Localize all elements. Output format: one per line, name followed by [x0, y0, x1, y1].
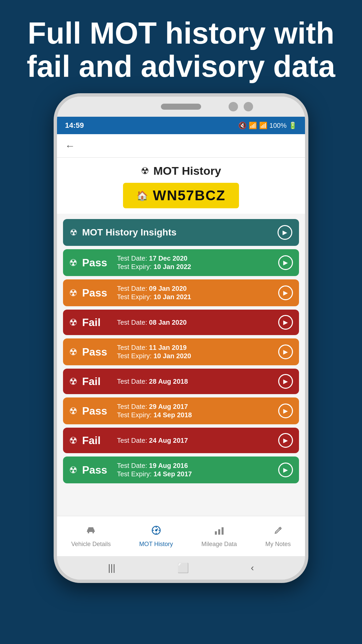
nav-item-vehicle-details[interactable]: Vehicle Details [66, 522, 116, 550]
mot-radiation-icon-7: ☢ [69, 465, 77, 476]
gesture-lines-icon: ||| [108, 562, 115, 573]
mot-row-5[interactable]: ☢PassTest Date: 29 Aug 2017Test Expiry: … [63, 397, 299, 424]
nav-label-3: My Notes [265, 541, 291, 548]
mot-play-btn-4[interactable]: ▶ [278, 374, 293, 389]
gesture-home-icon: ⬜ [177, 562, 189, 574]
wifi-icon: 📶 [249, 121, 257, 129]
mot-test-date-2: Test Date: 08 Jan 2020 [117, 319, 187, 326]
nav-item-my-notes[interactable]: My Notes [260, 522, 296, 550]
mot-radiation-icon-5: ☢ [69, 406, 77, 417]
mot-play-btn-3[interactable]: ▶ [278, 344, 293, 359]
back-button[interactable]: ← [65, 140, 75, 152]
nav-label-1: MOT History [139, 541, 173, 548]
hero-title: Full MOT history with fail and advisory … [20, 17, 342, 83]
insights-play-btn[interactable]: ▶ [278, 225, 292, 240]
content-area: ☢ MOT History Insights ▶ ☢PassTest Date:… [57, 214, 305, 516]
mot-row-6[interactable]: ☢FailTest Date: 24 Aug 2017▶ [63, 428, 299, 453]
mot-play-btn-1[interactable]: ▶ [278, 285, 293, 300]
mot-radiation-icon-6: ☢ [69, 435, 77, 446]
mot-test-date-5: Test Date: 29 Aug 2017 [117, 403, 192, 411]
battery-icon: 🔋 [289, 121, 297, 129]
insights-left: ☢ MOT History Insights [70, 227, 177, 238]
mot-expiry-date-1: Test Expiry: 10 Jan 2021 [117, 293, 191, 301]
plate-number: WN57BCZ [153, 187, 226, 204]
mot-play-btn-2[interactable]: ▶ [278, 315, 293, 330]
mot-status-2: Fail [82, 316, 112, 329]
nav-item-mileage-data[interactable]: Mileage Data [196, 522, 242, 550]
mot-row-7[interactable]: ☢PassTest Date: 19 Aug 2016Test Expiry: … [63, 457, 299, 483]
mot-results-list: ☢PassTest Date: 17 Dec 2020Test Expiry: … [63, 249, 299, 483]
battery-text: 100% [269, 122, 287, 129]
mot-radiation-icon-2: ☢ [69, 317, 77, 328]
mot-status-0: Pass [82, 257, 112, 269]
nav-label-2: Mileage Data [201, 541, 237, 548]
mot-radiation-icon-0: ☢ [69, 257, 77, 268]
status-time: 14:59 [65, 121, 84, 130]
mot-test-date-0: Test Date: 17 Dec 2020 [117, 255, 191, 262]
mot-radiation-icon-1: ☢ [69, 287, 77, 299]
mot-radiation-icon-3: ☢ [69, 346, 77, 358]
mot-left-0: ☢PassTest Date: 17 Dec 2020Test Expiry: … [69, 255, 191, 271]
mot-row-4[interactable]: ☢FailTest Date: 28 Aug 2018▶ [63, 369, 299, 394]
mot-dates-0: Test Date: 17 Dec 2020Test Expiry: 10 Ja… [117, 255, 191, 271]
mot-dates-6: Test Date: 24 Aug 2017 [117, 437, 188, 444]
header-radiation-icon: ☢ [141, 165, 149, 176]
mot-play-btn-0[interactable]: ▶ [278, 255, 293, 270]
mot-row-0[interactable]: ☢PassTest Date: 17 Dec 2020Test Expiry: … [63, 249, 299, 276]
signal-icon: 📶 [259, 121, 267, 129]
mot-test-date-4: Test Date: 28 Aug 2018 [117, 378, 188, 385]
mot-left-6: ☢FailTest Date: 24 Aug 2017 [69, 434, 188, 447]
svg-rect-10 [218, 529, 220, 535]
svg-rect-11 [222, 527, 224, 535]
insights-row[interactable]: ☢ MOT History Insights ▶ [63, 219, 299, 246]
mot-test-date-7: Test Date: 19 Aug 2016 [117, 462, 192, 470]
svg-point-0 [88, 532, 89, 533]
mot-radiation-icon-4: ☢ [69, 376, 77, 387]
mot-left-1: ☢PassTest Date: 09 Jan 2020Test Expiry: … [69, 285, 191, 301]
phone-top [57, 97, 305, 117]
app-screen: ← ☢ MOT History 🏠 WN57BCZ ☢ MOT History … [57, 134, 305, 556]
gesture-back-icon: ‹ [251, 562, 254, 573]
nav-icon-3 [273, 525, 284, 539]
mot-play-btn-6[interactable]: ▶ [278, 433, 293, 448]
insights-radiation-icon: ☢ [70, 227, 77, 238]
hero-section: Full MOT history with fail and advisory … [0, 0, 362, 93]
svg-point-1 [93, 532, 94, 533]
svg-rect-9 [215, 531, 217, 535]
mot-dates-5: Test Date: 29 Aug 2017Test Expiry: 14 Se… [117, 403, 192, 419]
mot-dates-2: Test Date: 08 Jan 2020 [117, 319, 187, 326]
nav-bar: ← [57, 134, 305, 158]
mot-expiry-date-3: Test Expiry: 10 Jan 2020 [117, 352, 191, 360]
mot-row-3[interactable]: ☢PassTest Date: 11 Jan 2019Test Expiry: … [63, 338, 299, 365]
phone-camera-left [229, 102, 238, 111]
mot-status-1: Pass [82, 287, 112, 299]
mot-left-7: ☢PassTest Date: 19 Aug 2016Test Expiry: … [69, 462, 192, 478]
mot-dates-4: Test Date: 28 Aug 2018 [117, 378, 188, 385]
mot-left-3: ☢PassTest Date: 11 Jan 2019Test Expiry: … [69, 344, 191, 360]
phone-speaker [161, 104, 201, 110]
mot-left-4: ☢FailTest Date: 28 Aug 2018 [69, 375, 188, 388]
mot-expiry-date-7: Test Expiry: 14 Sep 2017 [117, 470, 192, 478]
mot-status-3: Pass [82, 346, 112, 358]
mot-dates-1: Test Date: 09 Jan 2020Test Expiry: 10 Ja… [117, 285, 191, 301]
mot-test-date-6: Test Date: 24 Aug 2017 [117, 437, 188, 444]
mot-row-1[interactable]: ☢PassTest Date: 09 Jan 2020Test Expiry: … [63, 279, 299, 306]
phone-frame: 14:59 🔇 📶 📶 100% 🔋 ← ☢ MOT History 🏠 WN5… [54, 93, 308, 583]
mot-play-btn-7[interactable]: ▶ [278, 463, 293, 477]
mot-dates-7: Test Date: 19 Aug 2016Test Expiry: 14 Se… [117, 462, 192, 478]
mute-icon: 🔇 [238, 121, 247, 129]
insights-label: MOT History Insights [82, 227, 177, 238]
mot-row-2[interactable]: ☢FailTest Date: 08 Jan 2020▶ [63, 310, 299, 335]
phone-camera-right [244, 102, 253, 111]
nav-item-mot-history[interactable]: MOT History [134, 522, 178, 550]
mot-test-date-1: Test Date: 09 Jan 2020 [117, 285, 191, 292]
page-title: MOT History [153, 164, 221, 177]
phone-bottom: ||| ⬜ ‹ [57, 556, 305, 580]
bottom-nav: Vehicle DetailsMOT HistoryMileage DataMy… [57, 516, 305, 556]
status-icons: 🔇 📶 📶 100% 🔋 [238, 121, 297, 129]
mot-play-btn-5[interactable]: ▶ [278, 404, 293, 418]
mot-dates-3: Test Date: 11 Jan 2019Test Expiry: 10 Ja… [117, 344, 191, 360]
garage-icon: 🏠 [136, 190, 148, 201]
nav-icon-1 [150, 525, 162, 539]
mot-status-7: Pass [82, 464, 112, 476]
